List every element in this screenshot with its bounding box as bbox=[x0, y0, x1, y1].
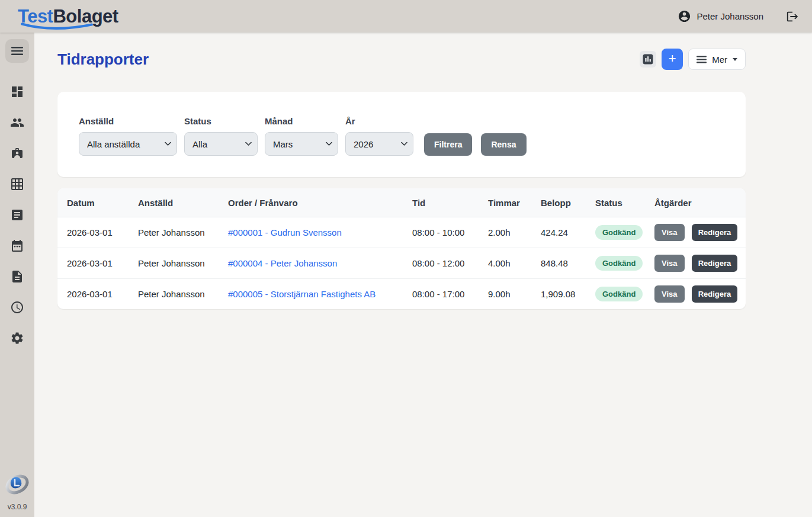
gear-icon bbox=[10, 331, 24, 345]
add-button[interactable]: + bbox=[662, 49, 683, 70]
employee-filter-label: Anställd bbox=[79, 116, 177, 126]
status-badge: Godkänd bbox=[595, 225, 643, 240]
more-button[interactable]: Mer bbox=[688, 49, 746, 70]
logout-icon bbox=[786, 10, 799, 23]
list-icon bbox=[697, 56, 707, 63]
edit-button[interactable]: Redigera bbox=[692, 285, 738, 303]
timereports-table: Datum Anställd Order / Frånvaro Tid Timm… bbox=[57, 188, 746, 309]
col-belopp: Belopp bbox=[531, 188, 586, 217]
cell-employee: Peter Johansson bbox=[129, 217, 219, 248]
sidebar-item-time[interactable] bbox=[10, 300, 24, 314]
filter-button[interactable]: Filtrera bbox=[424, 133, 472, 156]
cell-date: 2026-03-01 bbox=[57, 279, 129, 310]
status-filter-field: Status Alla bbox=[184, 116, 258, 156]
chart-button[interactable] bbox=[640, 51, 656, 68]
col-status: Status bbox=[586, 188, 645, 217]
edit-button[interactable]: Redigera bbox=[692, 255, 738, 272]
cell-time: 08:00 - 17:00 bbox=[403, 279, 479, 310]
col-timmar: Timmar bbox=[479, 188, 531, 217]
cell-amount: 848.48 bbox=[531, 248, 586, 279]
plus-icon: + bbox=[669, 52, 676, 65]
order-link[interactable]: #000005 - Storstjärnan Fastighets AB bbox=[228, 289, 375, 299]
logout-button[interactable] bbox=[786, 10, 799, 23]
sidebar-item-grid[interactable] bbox=[10, 177, 24, 191]
people-icon bbox=[10, 115, 24, 130]
view-button[interactable]: Visa bbox=[654, 224, 685, 241]
document-icon bbox=[10, 269, 24, 284]
user-avatar-icon bbox=[678, 9, 691, 23]
col-tid: Tid bbox=[403, 188, 479, 217]
month-filter-label: Månad bbox=[265, 116, 338, 126]
app-version: v3.0.9 bbox=[8, 503, 27, 511]
month-filter-field: Månad Mars bbox=[265, 116, 338, 156]
cell-employee: Peter Johansson bbox=[129, 248, 219, 279]
menu-icon bbox=[11, 46, 23, 56]
order-link[interactable]: #000004 - Peter Johansson bbox=[228, 258, 337, 268]
employee-filter-field: Anställd Alla anställda bbox=[79, 116, 177, 156]
cell-amount: 1,909.08 bbox=[531, 279, 586, 310]
sidebar-toggle-button[interactable] bbox=[5, 39, 29, 63]
cell-hours: 4.00h bbox=[479, 248, 531, 279]
app-logo: TestBolaget bbox=[18, 7, 118, 25]
status-badge: Godkänd bbox=[595, 287, 643, 301]
page-header: Tidrapporter + Mer bbox=[57, 47, 746, 71]
more-button-label: Mer bbox=[712, 54, 727, 65]
cell-time: 08:00 - 12:00 bbox=[403, 248, 479, 279]
bar-chart-icon bbox=[643, 54, 653, 65]
col-datum: Datum bbox=[57, 188, 129, 217]
cell-date: 2026-03-01 bbox=[57, 217, 129, 248]
clock-icon bbox=[10, 300, 24, 314]
table-row: 2026-03-01 Peter Johansson #000005 - Sto… bbox=[57, 279, 746, 310]
clear-button[interactable]: Rensa bbox=[481, 133, 526, 156]
status-badge: Godkänd bbox=[595, 256, 643, 271]
sidebar-footer: v3.0.9 bbox=[4, 471, 30, 517]
employee-select[interactable]: Alla anställda bbox=[79, 132, 177, 156]
user-menu[interactable]: Peter Johansson bbox=[678, 9, 763, 23]
sidebar-nav bbox=[10, 85, 24, 345]
table-row: 2026-03-01 Peter Johansson #000001 - Gud… bbox=[57, 217, 746, 248]
status-select[interactable]: Alla bbox=[184, 132, 258, 156]
cell-date: 2026-03-01 bbox=[57, 248, 129, 279]
grid-icon bbox=[10, 177, 24, 191]
page-title: Tidrapporter bbox=[57, 50, 149, 69]
sidebar-item-documents[interactable] bbox=[10, 269, 24, 284]
toolbar: + Mer bbox=[640, 49, 746, 70]
dashboard-icon bbox=[10, 85, 24, 99]
sidebar-item-settings[interactable] bbox=[10, 331, 24, 345]
company-logo bbox=[4, 471, 30, 497]
col-atgarder: Åtgärder bbox=[645, 188, 746, 217]
order-link[interactable]: #000001 - Gudrun Svensson bbox=[228, 227, 342, 237]
view-button[interactable]: Visa bbox=[654, 285, 685, 303]
timereports-table-card: Datum Anställd Order / Frånvaro Tid Timm… bbox=[57, 188, 746, 309]
col-anstalld: Anställd bbox=[129, 188, 219, 217]
month-select[interactable]: Mars bbox=[265, 132, 338, 156]
status-filter-label: Status bbox=[184, 116, 258, 126]
main-content: Tidrapporter + Mer Anställd Alla bbox=[34, 33, 812, 517]
col-order: Order / Frånvaro bbox=[219, 188, 403, 217]
year-filter-label: År bbox=[345, 116, 413, 126]
user-name: Peter Johansson bbox=[697, 11, 763, 21]
table-row: 2026-03-01 Peter Johansson #000004 - Pet… bbox=[57, 248, 746, 279]
cell-hours: 9.00h bbox=[479, 279, 531, 310]
filter-panel: Anställd Alla anställda Status Alla Måna… bbox=[57, 92, 746, 177]
cell-employee: Peter Johansson bbox=[129, 279, 219, 310]
topbar: TestBolaget Peter Johansson bbox=[0, 0, 812, 33]
edit-button[interactable]: Redigera bbox=[692, 224, 738, 241]
brand-swoosh bbox=[19, 23, 95, 31]
sidebar-item-orders[interactable] bbox=[10, 146, 24, 160]
year-filter-field: År 2026 bbox=[345, 116, 413, 156]
table-header-row: Datum Anställd Order / Frånvaro Tid Timm… bbox=[57, 188, 746, 217]
chevron-down-icon bbox=[733, 58, 737, 61]
view-button[interactable]: Visa bbox=[654, 255, 685, 272]
sidebar-item-dashboard[interactable] bbox=[10, 85, 24, 99]
article-icon bbox=[10, 208, 24, 222]
sidebar: v3.0.9 bbox=[0, 33, 34, 517]
sidebar-item-employees[interactable] bbox=[10, 115, 24, 130]
sidebar-item-calendar[interactable] bbox=[10, 239, 24, 253]
sidebar-item-reports[interactable] bbox=[10, 208, 24, 222]
year-select[interactable]: 2026 bbox=[345, 132, 413, 156]
calendar-icon bbox=[10, 239, 24, 253]
cell-amount: 424.24 bbox=[531, 217, 586, 248]
briefcase-person-icon bbox=[10, 146, 24, 160]
cell-time: 08:00 - 10:00 bbox=[403, 217, 479, 248]
